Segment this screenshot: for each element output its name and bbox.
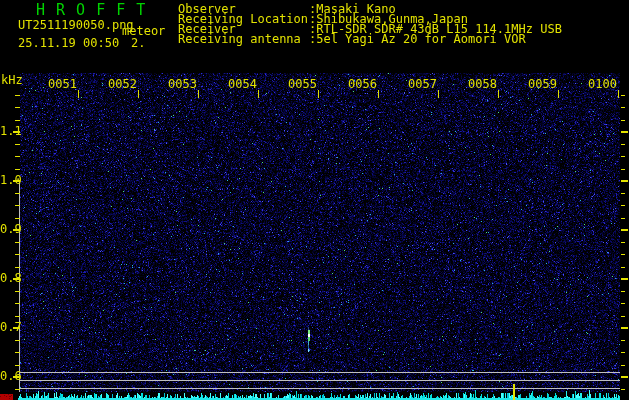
freq-tick-label: 0.6 xyxy=(0,371,20,382)
freq-tick-label: 1.0 xyxy=(0,175,20,186)
datetime-label: 25.11.19 00:50 xyxy=(18,38,119,49)
freq-tick-label: 0.9 xyxy=(0,224,20,235)
time-tick-label: 0053 xyxy=(165,79,197,90)
freq-tick-label: 1.1 xyxy=(0,126,20,137)
time-tick-label: 0057 xyxy=(405,79,437,90)
capture-filename: UT2511190050.png xyxy=(18,20,134,31)
echo-counter: 2. xyxy=(131,38,145,49)
time-tick-label: 0054 xyxy=(225,79,257,90)
time-tick-label: 0056 xyxy=(345,79,377,90)
time-tick-label: 0058 xyxy=(465,79,497,90)
info-value: :5el Yagi Az 20 for Aomori VOR xyxy=(309,34,526,45)
freq-unit-label: kHz xyxy=(1,75,23,86)
info-row: Receiving antenna:5el Yagi Az 20 for Aom… xyxy=(178,34,629,45)
time-tick-label: 0055 xyxy=(285,79,317,90)
time-tick-label: 0051 xyxy=(45,79,77,90)
hrofft-window: H R O F F T UT2511190050.png meteor 25.1… xyxy=(0,0,629,400)
app-title: H R O F F T xyxy=(36,3,146,18)
freq-tick-label: 0.7 xyxy=(0,322,20,333)
time-tick-label: 0059 xyxy=(525,79,557,90)
info-label: Receiving antenna xyxy=(178,32,301,46)
freq-tick-label: 0.8 xyxy=(0,273,20,284)
time-tick-label: 0052 xyxy=(105,79,137,90)
time-tick-label: 0100 xyxy=(585,79,617,90)
spectrogram-canvas xyxy=(0,0,629,400)
